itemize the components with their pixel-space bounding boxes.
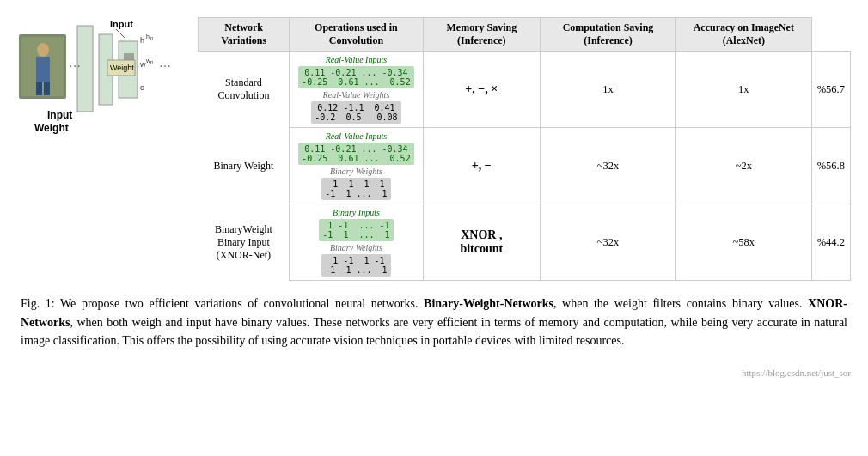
row-name-standard: StandardConvolution bbox=[199, 52, 290, 128]
svg-line-12 bbox=[116, 29, 125, 38]
svg-rect-4 bbox=[36, 82, 42, 95]
input-values-standard: 0.11 -0.21 ... -0.34-0.25 0.61 ... 0.52 bbox=[298, 66, 413, 88]
table-section: Network Variations Operations used in Co… bbox=[198, 17, 851, 281]
row-name-xnor: BinaryWeightBinary Input(XNOR-Net) bbox=[199, 204, 290, 281]
figure-section: … Input Weight h h n w w n c … Input bbox=[17, 17, 851, 281]
col-header-accuracy: Accuracy on ImageNet (AlexNet) bbox=[675, 18, 811, 52]
svg-text:Input: Input bbox=[47, 109, 72, 121]
watermark: https://blog.csdn.net/just_sor bbox=[17, 368, 851, 378]
weight-label-standard: Real-Value Weights bbox=[311, 90, 400, 100]
accuracy-standard: %56.7 bbox=[811, 52, 850, 128]
svg-text:h: h bbox=[146, 33, 150, 40]
input-label-xnor: Binary Inputs bbox=[319, 208, 393, 217]
weight-values-xnor: 1 -1 1 -1-1 1 ... 1 bbox=[321, 254, 390, 277]
accuracy-binary-weight: %56.8 bbox=[811, 128, 850, 204]
caption-middle2: , when both weigh and input have binary … bbox=[21, 316, 847, 348]
row-name-binary-weight: Binary Weight bbox=[199, 128, 290, 204]
input-values-xnor: 1 -1 ... -1-1 1 ... 1 bbox=[319, 219, 393, 241]
computation-binary-weight: ~2x bbox=[675, 128, 811, 204]
input-values-binary-weight: 0.11 -0.21 ... -0.34-0.25 0.61 ... 0.52 bbox=[298, 143, 413, 165]
svg-text:…: … bbox=[69, 57, 81, 70]
nn-diagram: … Input Weight h h n w w n c … Input bbox=[17, 17, 189, 198]
weight-values-standard: 0.12 -1.1 0.41-0.2 0.5 0.08 bbox=[311, 101, 400, 124]
computation-xnor: ~58x bbox=[675, 204, 811, 281]
caption-prefix: Fig. 1: We propose two efficient variati… bbox=[21, 297, 424, 310]
svg-text:n: n bbox=[150, 59, 153, 64]
svg-text:Weight: Weight bbox=[34, 122, 69, 134]
svg-text:h: h bbox=[140, 36, 144, 45]
ops-xnor: XNOR ,bitcount bbox=[423, 204, 540, 281]
memory-standard: 1x bbox=[541, 52, 676, 128]
input-label-binary-weight: Real-Value Inputs bbox=[298, 131, 413, 141]
table-row: Binary Weight Real-Value Inputs 0.11 -0.… bbox=[199, 128, 851, 204]
row-visuals-standard: Real-Value Inputs 0.11 -0.21 ... -0.34-0… bbox=[290, 52, 423, 128]
weight-values-binary-weight: 1 -1 1 -1-1 1 ... 1 bbox=[321, 178, 390, 200]
ops-binary-weight: +, − bbox=[423, 128, 540, 204]
svg-point-2 bbox=[37, 43, 49, 57]
svg-text:Weight: Weight bbox=[110, 64, 134, 72]
table-row: StandardConvolution Real-Value Inputs 0.… bbox=[199, 52, 851, 128]
accuracy-xnor: %44.2 bbox=[811, 204, 850, 281]
row-visuals-binary-weight: Real-Value Inputs 0.11 -0.21 ... -0.34-0… bbox=[290, 128, 423, 204]
caption-term1: Binary-Weight-Networks bbox=[424, 297, 553, 310]
svg-text:c: c bbox=[140, 83, 144, 92]
caption-middle1: , when the weight filters contains binar… bbox=[553, 297, 808, 310]
svg-rect-5 bbox=[44, 82, 50, 95]
col-header-memory: Memory Saving (Inference) bbox=[423, 18, 540, 52]
main-container: … Input Weight h h n w w n c … Input bbox=[17, 17, 851, 378]
ops-standard: +, −, × bbox=[423, 52, 540, 128]
input-label-standard: Real-Value Inputs bbox=[298, 55, 413, 64]
col-header-variations: Network Variations bbox=[199, 18, 290, 52]
row-visuals-xnor: Binary Inputs 1 -1 ... -1-1 1 ... 1 Bina… bbox=[290, 204, 423, 281]
col-header-operations: Operations used in Convolution bbox=[290, 18, 423, 52]
memory-xnor: ~32x bbox=[541, 204, 676, 281]
weight-label-xnor: Binary Weights bbox=[321, 243, 390, 252]
svg-text:w: w bbox=[139, 60, 146, 69]
comparison-table: Network Variations Operations used in Co… bbox=[198, 17, 851, 281]
svg-rect-3 bbox=[36, 57, 50, 82]
svg-text:…: … bbox=[159, 57, 171, 70]
computation-standard: 1x bbox=[675, 52, 811, 128]
figure-caption: Fig. 1: We propose two efficient variati… bbox=[17, 295, 851, 350]
table-row: BinaryWeightBinary Input(XNOR-Net) Binar… bbox=[199, 204, 851, 281]
col-header-computation: Computation Saving (Inference) bbox=[541, 18, 676, 52]
memory-binary-weight: ~32x bbox=[541, 128, 676, 204]
svg-text:Input: Input bbox=[110, 19, 133, 29]
weight-label-binary-weight: Binary Weights bbox=[321, 167, 390, 176]
svg-text:n: n bbox=[150, 35, 153, 40]
